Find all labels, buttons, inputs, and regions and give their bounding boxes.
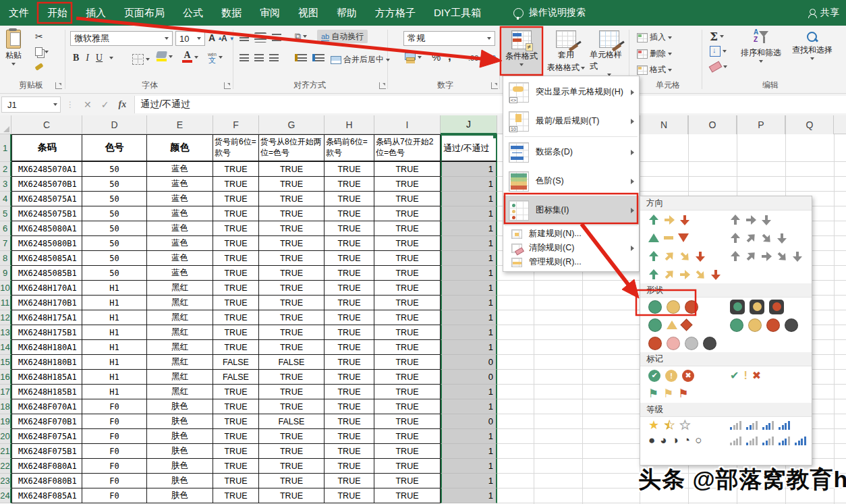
data-cell[interactable]: MX6248F085A1 xyxy=(11,488,82,503)
row-header-2[interactable]: 2 xyxy=(0,162,11,177)
data-cell[interactable]: 1 xyxy=(441,474,497,488)
ribbon-tab-2[interactable]: 插入 xyxy=(86,7,106,20)
data-cell[interactable]: TRUE xyxy=(259,162,325,177)
wrap-text-button[interactable]: ab 自动换行 xyxy=(317,30,368,43)
row-header-9[interactable]: 9 xyxy=(0,266,11,281)
data-cell[interactable]: TRUE xyxy=(259,206,325,221)
data-cell[interactable]: TRUE xyxy=(325,177,374,192)
menu-item-7[interactable]: 管理规则(R)... xyxy=(503,255,639,269)
data-cell[interactable]: MX62485075B1 xyxy=(11,206,82,221)
data-cell[interactable]: 50 xyxy=(82,251,147,266)
data-cell[interactable]: TRUE xyxy=(374,206,441,221)
menu-item-2[interactable]: 数据条(D) xyxy=(503,138,639,167)
data-cell[interactable]: TRUE xyxy=(259,488,325,503)
data-cell[interactable]: 50 xyxy=(82,266,147,281)
column-header-Q[interactable]: Q xyxy=(785,115,834,134)
icon-set-option[interactable]: ✔!✖ xyxy=(730,366,761,385)
menu-item-6[interactable]: 清除规则(C) xyxy=(503,241,639,255)
font-color-button[interactable]: A xyxy=(182,51,198,63)
icon-set-option[interactable] xyxy=(648,247,706,265)
row-header-23[interactable]: 23 xyxy=(0,474,11,488)
data-cell[interactable]: 肤色 xyxy=(147,474,213,488)
align-top-icon[interactable] xyxy=(239,34,249,41)
clipboard-dialog-launcher[interactable] xyxy=(55,82,62,89)
data-cell[interactable]: MX62485085B1 xyxy=(11,266,82,281)
font-name-select[interactable]: 微软雅黑 xyxy=(70,31,173,46)
borders-button[interactable] xyxy=(132,54,150,65)
data-cell[interactable]: MX62485070A1 xyxy=(11,162,82,177)
underline-button[interactable]: U xyxy=(96,53,103,63)
data-cell[interactable]: F0 xyxy=(82,429,147,444)
data-cell[interactable]: TRUE xyxy=(325,444,374,459)
data-cell[interactable]: 黑红 xyxy=(147,370,213,385)
icon-set-option[interactable] xyxy=(648,448,718,464)
align-left-icon[interactable] xyxy=(239,54,249,61)
data-cell[interactable]: TRUE xyxy=(259,266,325,281)
data-cell[interactable]: 黑红 xyxy=(147,385,213,399)
data-cell[interactable]: TRUE xyxy=(213,162,259,177)
data-cell[interactable]: 黑红 xyxy=(147,296,213,310)
icon-set-option[interactable] xyxy=(730,432,806,448)
data-cell[interactable]: 1 xyxy=(441,325,497,340)
data-cell[interactable]: 1 xyxy=(441,296,497,310)
data-cell[interactable]: TRUE xyxy=(325,399,374,414)
row-header-10[interactable]: 10 xyxy=(0,281,11,296)
data-cell[interactable]: 蓝色 xyxy=(147,192,213,206)
data-cell[interactable]: F0 xyxy=(82,414,147,429)
data-cell[interactable]: H1 xyxy=(82,370,147,385)
data-cell[interactable]: TRUE xyxy=(374,444,441,459)
data-cell[interactable]: TRUE xyxy=(374,488,441,503)
fill-color-button[interactable] xyxy=(157,51,173,61)
data-cell[interactable]: MX62485080A1 xyxy=(11,221,82,236)
icon-set-option[interactable] xyxy=(648,211,690,229)
column-header-G[interactable]: G xyxy=(259,115,325,134)
row-header-13[interactable]: 13 xyxy=(0,325,11,340)
icon-set-option[interactable]: ★★★ xyxy=(648,417,690,432)
column-header-J[interactable]: J xyxy=(441,115,497,134)
select-all-corner[interactable] xyxy=(0,115,11,134)
data-cell[interactable]: TRUE xyxy=(325,192,374,206)
data-cell[interactable]: 50 xyxy=(82,206,147,221)
increase-font-button[interactable]: A▲ xyxy=(208,32,223,43)
ribbon-tab-3[interactable]: 页面布局 xyxy=(124,7,165,20)
data-cell[interactable]: TRUE xyxy=(325,310,374,325)
ribbon-tab-4[interactable]: 公式 xyxy=(183,7,203,20)
icon-set-option[interactable] xyxy=(648,265,721,283)
data-cell[interactable]: TRUE xyxy=(213,221,259,236)
data-cell[interactable]: 蓝色 xyxy=(147,162,213,177)
data-cell[interactable]: F0 xyxy=(82,399,147,414)
header-cell[interactable]: 货号从8位开始两位=色号 xyxy=(259,134,325,162)
align-center-icon[interactable] xyxy=(254,54,264,61)
data-cell[interactable]: TRUE xyxy=(213,177,259,192)
orientation-button[interactable]: ⧉ xyxy=(295,31,307,42)
header-cell[interactable]: 通过/不通过 xyxy=(441,134,497,162)
align-middle-icon[interactable] xyxy=(254,32,266,43)
data-cell[interactable]: MX62485085A1 xyxy=(11,251,82,266)
data-cell[interactable]: 黑红 xyxy=(147,340,213,355)
header-cell[interactable]: 颜色 xyxy=(147,134,213,162)
row-header-16[interactable]: 16 xyxy=(0,370,11,385)
data-cell[interactable]: MX62485080B1 xyxy=(11,236,82,251)
menu-item-1[interactable]: 最前/最后规则(T) xyxy=(503,107,639,136)
data-cell[interactable]: MX6248H170B1 xyxy=(11,296,82,310)
header-cell[interactable]: 条码前6位=款号 xyxy=(325,134,374,162)
data-cell[interactable]: TRUE xyxy=(325,459,374,474)
data-cell[interactable]: TRUE xyxy=(374,251,441,266)
copy-button[interactable] xyxy=(35,47,49,56)
data-cell[interactable]: FALSE xyxy=(259,414,325,429)
find-select-button[interactable]: 查找和选择 xyxy=(788,28,837,60)
data-cell[interactable]: TRUE xyxy=(325,206,374,221)
data-cell[interactable]: TRUE xyxy=(325,385,374,399)
data-cell[interactable]: TRUE xyxy=(325,488,374,503)
data-cell[interactable]: F0 xyxy=(82,444,147,459)
data-cell[interactable]: 1 xyxy=(441,459,497,474)
data-cell[interactable]: 黑红 xyxy=(147,325,213,340)
data-cell[interactable]: TRUE xyxy=(374,459,441,474)
data-cell[interactable]: TRUE xyxy=(374,370,441,385)
formula-bar-grip[interactable]: ⋮ xyxy=(66,100,74,109)
data-cell[interactable]: TRUE xyxy=(213,385,259,399)
row-header-7[interactable]: 7 xyxy=(0,236,11,251)
data-cell[interactable]: TRUE xyxy=(259,459,325,474)
cancel-icon[interactable]: ✕ xyxy=(84,99,92,110)
data-cell[interactable]: TRUE xyxy=(259,385,325,399)
